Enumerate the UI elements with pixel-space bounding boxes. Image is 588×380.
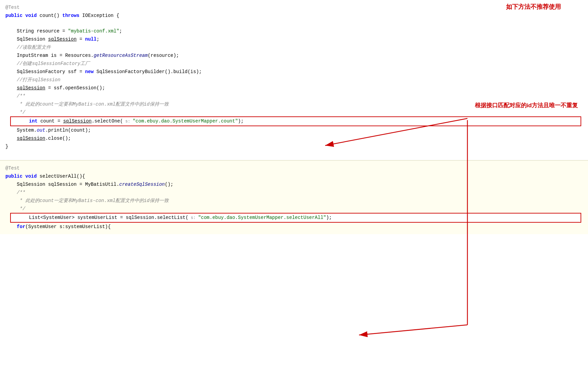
- code-line: int count = sqlSession.selectOne( s: "co…: [10, 116, 581, 126]
- code-section-2: @Testpublic void selectUserAll(){ SqlSes…: [0, 164, 588, 231]
- code-line: }: [0, 142, 588, 151]
- code-line: for(SystemUser s:systemUserList){: [0, 223, 588, 231]
- code-line: InputStream is = Resources.getResourceAs…: [0, 51, 588, 60]
- code-line: public void selectUserAll(){: [0, 172, 588, 180]
- code-line: //打开sqlSession: [0, 76, 588, 84]
- code-line: System.out.println(count);: [0, 126, 588, 134]
- code-line: [0, 20, 588, 27]
- code-line: SqlSessionFactory ssf = new SqlSessionFa…: [0, 68, 588, 76]
- code-line: /**: [0, 188, 588, 197]
- code-section-1: @Testpublic void count() throws IOExcept…: [0, 3, 588, 151]
- code-line: List<SystemUser> systemUserList = sqlSes…: [10, 213, 581, 223]
- code-line: /**: [0, 92, 588, 100]
- code-line: SqlSession sqlSession = null;: [0, 35, 588, 43]
- code-line: * 此处的count一定要和MyBatis-con.xml配置文件中的id保持一…: [0, 100, 588, 108]
- code-line: sqlSession.close();: [0, 134, 588, 142]
- svg-line-3: [359, 325, 467, 335]
- code-line: //创建sqlSessionFactory工厂: [0, 60, 588, 68]
- code-line: @Test: [0, 3, 588, 12]
- code-line: @Test: [0, 164, 588, 172]
- code-line: //读取配置文件: [0, 43, 588, 51]
- code-line: SqlSession sqlSession = MyBatisUtil.crea…: [0, 180, 588, 188]
- page-container: 如下方法不推荐使用 根据接口匹配对应的id方法且唯一不重复 @Testpubli…: [0, 0, 588, 380]
- code-line: */: [0, 205, 588, 213]
- code-line: public void count() throws IOException {: [0, 12, 588, 20]
- section-top: 如下方法不推荐使用 根据接口匹配对应的id方法且唯一不重复 @Testpubli…: [0, 0, 588, 157]
- code-line: String resource = "mybatis-conf.xml";: [0, 27, 588, 35]
- code-line: */: [0, 108, 588, 116]
- code-line: * 此处的count一定要和MyBatis-con.xml配置文件中的id保持一…: [0, 197, 588, 205]
- section-bottom: @Testpublic void selectUserAll(){ SqlSes…: [0, 160, 588, 234]
- code-line: sqlSession = ssf.openSession();: [0, 84, 588, 92]
